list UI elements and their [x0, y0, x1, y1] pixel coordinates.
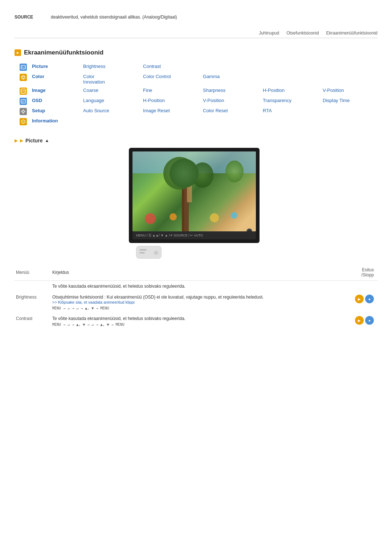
setup-icon	[20, 108, 27, 115]
brightness-play-button[interactable]: ▶	[355, 295, 364, 303]
contrast-desc-cell: Te võite kasutada ekraanimenüüsid, et he…	[51, 313, 348, 329]
row-icon-picture	[18, 62, 30, 72]
svg-point-6	[24, 76, 25, 77]
brightness-desc-cell: Otsejuhtimise funktsioonid : Kui ekraani…	[51, 292, 348, 313]
table-row: Image Coarse Fine Sharpness H-Position V…	[18, 86, 381, 96]
row-icon-osd	[18, 96, 30, 106]
contrast-action-cell: ▶ ●	[348, 313, 377, 329]
section-heading: ▶ Ekraanimenüüfunktsioonid	[15, 49, 377, 56]
monitor-container: MENU / ☰ ▲▲/ ▼ ▲ /☀ SOURCE / ↵ AUTO	[15, 148, 377, 259]
picture-label: Picture	[25, 138, 42, 143]
intro-action-cell	[348, 281, 377, 292]
svg-point-7	[23, 78, 24, 79]
row-icon-setup	[18, 106, 30, 117]
header-menu: Menüü	[15, 266, 51, 281]
picture-arrow: ▲	[45, 138, 49, 143]
picture-section: ▶ ▶ Picture ▲	[15, 138, 377, 329]
category-setup[interactable]: Setup	[30, 106, 82, 117]
picture-nav-icon: ▶	[15, 138, 18, 143]
item-language[interactable]: Language	[82, 96, 142, 106]
header-kirjeldus: Kirjeldus	[51, 266, 348, 281]
category-color[interactable]: Color	[30, 72, 82, 86]
tab-ekraanimenüü[interactable]: Ekraanimenüüfunktsioonid	[326, 31, 377, 36]
monitor-frame: MENU / ☰ ▲▲/ ▼ ▲ /☀ SOURCE / ↵ AUTO	[129, 148, 260, 243]
menu-table: Picture Brightness Contrast Color ColorI…	[18, 62, 381, 127]
brightness-label: Brightness	[16, 295, 37, 300]
table-row: Brightness Otsejuhtimise funktsioonid : …	[15, 292, 377, 313]
monitor-power-indicator	[246, 228, 252, 231]
item-image-reset[interactable]: Image Reset	[142, 106, 201, 117]
table-row: OSD Language H-Position V-Position Trans…	[18, 96, 381, 106]
item-h-position[interactable]: H-Position	[261, 86, 321, 96]
item-coarse[interactable]: Coarse	[82, 86, 142, 96]
row-icon-image	[18, 86, 30, 96]
item-color-control[interactable]: Color Control	[142, 72, 201, 86]
monitor-wrapper: MENU / ☰ ▲▲/ ▼ ▲ /☀ SOURCE / ↵ AUTO	[129, 148, 263, 259]
category-osd[interactable]: OSD	[30, 96, 82, 106]
intro-desc-cell: Te võite kasutada ekraanimenüüsid, et he…	[51, 281, 348, 292]
brightness-stop-button[interactable]: ●	[365, 295, 374, 303]
item-color-reset[interactable]: Color Reset	[201, 106, 261, 117]
table-row: i Information	[18, 117, 381, 127]
remote-control	[136, 246, 162, 259]
contrast-label: Contrast	[16, 316, 32, 321]
description-table: Menüü Kirjeldus Esitus /Stopp Te võite k…	[15, 266, 377, 329]
remote-area	[136, 246, 263, 259]
source-description: deaktiveeritud, vaheldub sisendsignaali …	[51, 15, 177, 20]
contrast-buttons: ▶ ●	[350, 316, 374, 325]
contrast-stop-button[interactable]: ●	[365, 316, 374, 325]
svg-rect-11	[21, 100, 25, 103]
contrast-desc: Te võite kasutada ekraanimenüüsid, et he…	[52, 316, 185, 321]
contrast-play-button[interactable]: ▶	[355, 316, 364, 325]
intro-text: Te võite kasutada ekraanimenüüsid, et he…	[52, 284, 185, 289]
item-sharpness[interactable]: Sharpness	[201, 86, 261, 96]
item-color-innovation[interactable]: ColorInnovation	[82, 72, 142, 86]
item-transparency[interactable]: Transparency	[261, 96, 321, 106]
svg-point-5	[22, 76, 23, 77]
category-information[interactable]: Information	[30, 117, 82, 127]
osd-icon	[20, 98, 27, 105]
row-icon-color	[18, 72, 30, 86]
tab-juhtnupud[interactable]: Juhtnupud	[259, 31, 279, 36]
brightness-menu-cell: Brightness	[15, 292, 51, 313]
table-row: Te võite kasutada ekraanimenüüsid, et he…	[15, 281, 377, 292]
item-contrast[interactable]: Contrast	[142, 62, 201, 72]
item-auto-source[interactable]: Auto Source	[82, 106, 142, 117]
item-osd-h-position[interactable]: H-Position	[142, 96, 201, 106]
svg-text:▶: ▶	[17, 51, 19, 54]
picture-nav-icon2: ▶	[20, 138, 23, 143]
item-brightness[interactable]: Brightness	[82, 62, 142, 72]
item-display-time[interactable]: Display Time	[321, 96, 381, 106]
brightness-link[interactable]: >> Klõpsake siia, et vaadata animeeritud…	[52, 300, 135, 304]
monitor-bottom-bar: MENU / ☰ ▲▲/ ▼ ▲ /☀ SOURCE / ↵ AUTO	[132, 231, 256, 239]
contrast-menu-cell: Contrast	[15, 313, 51, 329]
nav-tabs: Juhtnupud Otsefunktsioonid Ekraanimenüüf…	[15, 31, 377, 38]
tab-otsefunktsioonid[interactable]: Otsefunktsioonid	[286, 31, 319, 36]
source-info-section: SOURCE deaktiveeritud, vaheldub sisendsi…	[15, 15, 377, 20]
table-row: Setup Auto Source Image Reset Color Rese…	[18, 106, 381, 117]
brightness-action-cell: ▶ ●	[348, 292, 377, 313]
item-fine[interactable]: Fine	[142, 86, 201, 96]
table-row: Color ColorInnovation Color Control Gamm…	[18, 72, 381, 86]
brightness-path: MENU → ↵ → ↵ → ▲, ▼ → MENU	[52, 306, 345, 310]
color-icon	[20, 74, 27, 81]
contrast-path: MENU → ↵ → ▲, ▼ → ↵ → ▲, ▼ → MENU	[52, 323, 345, 327]
svg-rect-2	[21, 65, 25, 69]
table-header-row: Menüü Kirjeldus Esitus /Stopp	[15, 266, 377, 281]
image-icon	[20, 88, 27, 95]
row-icon-information: i	[18, 117, 30, 127]
table-row: Contrast Te võite kasutada ekraanimenüüs…	[15, 313, 377, 329]
item-rta[interactable]: RTA	[261, 106, 321, 117]
svg-text:i: i	[23, 120, 24, 123]
monitor-controls-label: MENU / ☰ ▲▲/ ▼ ▲ /☀ SOURCE / ↵ AUTO	[136, 234, 203, 237]
item-osd-v-position[interactable]: V-Position	[201, 96, 261, 106]
item-gamma[interactable]: Gamma	[201, 72, 261, 86]
picture-icon	[20, 64, 27, 71]
table-row: Picture Brightness Contrast	[18, 62, 381, 72]
svg-point-3	[22, 66, 23, 67]
category-image[interactable]: Image	[30, 86, 82, 96]
brightness-desc: Otsejuhtimise funktsioonid : Kui ekraani…	[52, 295, 264, 300]
brightness-buttons: ▶ ●	[350, 295, 374, 303]
category-picture[interactable]: Picture	[30, 62, 82, 72]
item-v-position[interactable]: V-Position	[321, 86, 381, 96]
